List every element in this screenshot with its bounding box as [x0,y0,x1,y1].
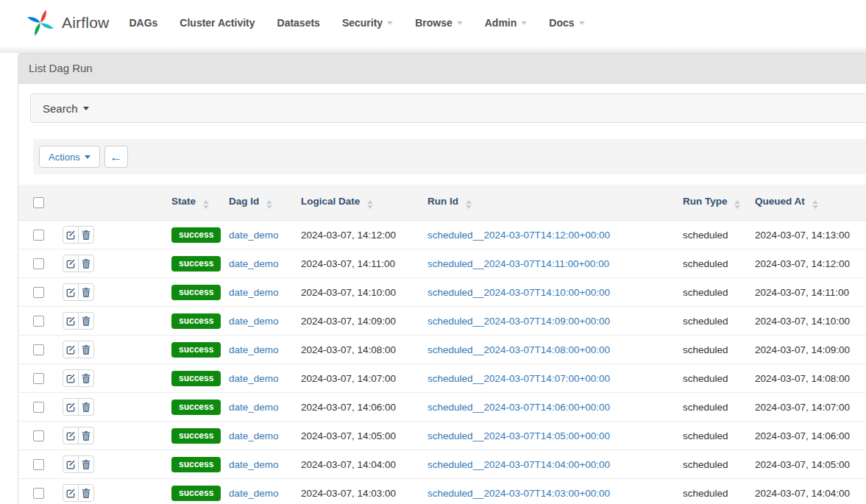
delete-button[interactable] [78,255,93,271]
state-badge: success [171,486,221,501]
delete-button[interactable] [78,227,93,243]
column-header-queued-at[interactable]: Queued At [752,185,866,221]
edit-button[interactable] [63,313,78,329]
row-checkbox[interactable] [33,287,44,298]
dag-id-link[interactable]: date_demo [229,373,279,384]
dag-id-link[interactable]: date_demo [229,316,279,327]
chevron-down-icon [457,21,463,25]
row-checkbox[interactable] [33,430,44,441]
trash-icon [82,288,90,297]
column-header-run-type[interactable]: Run Type [680,185,752,221]
run-id-link[interactable]: scheduled__2024-03-07T14:03:00+00:00 [427,488,610,499]
table-row: success date_demo 2024-03-07, 14:04:00 s… [18,450,866,479]
nav-item[interactable]: Docs [538,0,595,46]
delete-button[interactable] [78,485,93,501]
logical-date-cell: 2024-03-07, 14:09:00 [298,307,425,336]
nav-item[interactable]: Admin [474,0,539,46]
edit-button[interactable] [63,341,78,358]
sort-icon [466,200,472,209]
trash-icon [82,431,90,441]
navbar-shadow [0,46,866,53]
delete-button[interactable] [78,456,93,472]
column-header-run-id[interactable]: Run Id [425,185,680,221]
table-row: success date_demo 2024-03-07, 14:09:00 s… [18,307,866,336]
run-type-cell: scheduled [680,422,752,450]
edit-button[interactable] [63,456,78,472]
run-id-link[interactable]: scheduled__2024-03-07T14:11:00+00:00 [427,258,609,269]
delete-button[interactable] [78,341,93,358]
run-id-link[interactable]: scheduled__2024-03-07T14:12:00+00:00 [427,230,610,241]
edit-button[interactable] [63,255,78,271]
trash-icon [82,259,90,269]
column-header-dag-id[interactable]: Dag Id [226,185,298,221]
row-checkbox[interactable] [33,230,44,241]
dag-id-link[interactable]: date_demo [229,488,279,499]
edit-button[interactable] [63,427,78,444]
nav-item[interactable]: Cluster Activity [168,0,266,46]
actions-label: Actions [49,152,80,163]
dag-id-link[interactable]: date_demo [229,287,279,298]
table-row: success date_demo 2024-03-07, 14:05:00 s… [18,422,866,450]
column-header-state[interactable]: State [168,185,226,221]
dag-id-link[interactable]: date_demo [229,344,279,355]
brand-link[interactable]: Airflow [25,7,109,38]
sort-icon [812,200,818,209]
run-id-link[interactable]: scheduled__2024-03-07T14:05:00+00:00 [427,430,610,441]
run-id-link[interactable]: scheduled__2024-03-07T14:09:00+00:00 [427,316,610,327]
dag-id-link[interactable]: date_demo [229,430,279,441]
dag-id-link[interactable]: date_demo [229,402,279,413]
chevron-down-icon [579,21,585,25]
sort-icon [367,200,373,209]
row-checkbox[interactable] [33,373,44,384]
delete-button[interactable] [78,313,93,329]
search-dropdown[interactable]: Search [30,93,866,123]
panel-body: Search Actions ← [18,84,866,504]
logical-date-cell: 2024-03-07, 14:07:00 [298,364,425,393]
queued-at-cell: 2024-03-07, 14:07:00 [752,393,866,422]
select-all-checkbox[interactable] [33,197,44,208]
dag-id-link[interactable]: date_demo [229,258,279,269]
edit-button[interactable] [63,485,78,501]
logical-date-cell: 2024-03-07, 14:06:00 [298,393,425,422]
run-id-link[interactable]: scheduled__2024-03-07T14:06:00+00:00 [427,402,610,413]
state-badge: success [171,227,221,243]
run-id-link[interactable]: scheduled__2024-03-07T14:10:00+00:00 [427,287,610,298]
trash-icon [82,374,90,383]
run-id-link[interactable]: scheduled__2024-03-07T14:08:00+00:00 [427,344,610,355]
search-label: Search [43,102,78,115]
delete-button[interactable] [78,427,93,444]
delete-button[interactable] [78,284,93,300]
row-checkbox[interactable] [33,258,44,269]
trash-icon [82,402,90,412]
nav-item[interactable]: DAGs [118,0,168,46]
row-action-buttons [63,484,94,502]
run-id-link[interactable]: scheduled__2024-03-07T14:04:00+00:00 [427,459,610,470]
delete-button[interactable] [78,370,93,386]
edit-button[interactable] [63,284,78,300]
edit-button[interactable] [63,399,78,415]
dag-id-link[interactable]: date_demo [229,459,279,470]
row-action-buttons [63,341,94,358]
edit-pencil-icon [66,374,76,383]
edit-button[interactable] [63,227,78,243]
row-checkbox[interactable] [33,344,44,355]
row-checkbox[interactable] [33,488,44,499]
dag-id-link[interactable]: date_demo [229,230,279,241]
delete-button[interactable] [78,399,93,415]
nav-item[interactable]: Datasets [266,0,331,46]
logical-date-cell: 2024-03-07, 14:03:00 [298,479,425,504]
column-header-logical-date[interactable]: Logical Date [298,185,425,221]
edit-button[interactable] [63,370,78,386]
row-checkbox[interactable] [33,402,44,413]
nav-item[interactable]: Browse [404,0,474,46]
back-button[interactable]: ← [104,146,128,168]
row-action-buttons [63,312,94,330]
row-checkbox[interactable] [33,316,44,327]
run-id-link[interactable]: scheduled__2024-03-07T14:07:00+00:00 [427,373,610,384]
logical-date-cell: 2024-03-07, 14:12:00 [298,221,425,249]
nav-item[interactable]: Security [331,0,404,46]
row-checkbox[interactable] [33,459,44,470]
row-action-buttons [63,427,94,444]
actions-dropdown-button[interactable]: Actions [39,146,100,168]
airflow-logo-icon [25,7,56,38]
